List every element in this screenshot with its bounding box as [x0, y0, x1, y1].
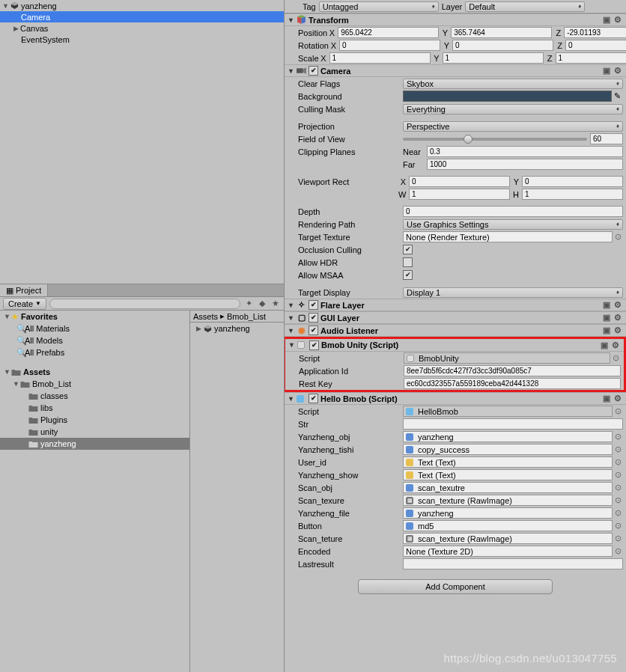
gear-icon[interactable]: ⚙	[612, 312, 623, 323]
culling-mask-dropdown[interactable]: Everything♦	[403, 104, 623, 114]
object-picker-icon[interactable]: ⊙	[613, 445, 623, 454]
object-picker-icon[interactable]: ⊙	[613, 508, 623, 518]
clear-flags-dropdown[interactable]: Skybox♦	[403, 79, 623, 89]
tab-project[interactable]: ▦ Project	[0, 284, 48, 296]
scene-root[interactable]: ▼ yanzheng	[0, 0, 284, 11]
object-picker-icon[interactable]: ⊙	[613, 546, 623, 556]
foldout-icon[interactable]: ▶	[12, 25, 20, 32]
component-audio-header[interactable]: ▼ ◉ Audio Listener ▣ ⚙	[285, 324, 626, 337]
scan-obj-field[interactable]: scan_texutre	[403, 482, 613, 493]
folder-plugins[interactable]: Plugins	[0, 414, 189, 426]
encoded-field[interactable]: None (Texture 2D)	[403, 546, 613, 557]
object-picker-icon[interactable]: ⊙	[613, 432, 623, 442]
object-picker-icon[interactable]: ⊙	[613, 534, 623, 543]
folder-bmob-list[interactable]: ▼ Bmob_List	[0, 378, 189, 390]
filter-icon[interactable]: ✦	[243, 299, 254, 309]
favorites-header[interactable]: ▼★ Favorites	[0, 311, 189, 323]
folder-unity[interactable]: unity	[0, 426, 189, 438]
gear-icon[interactable]: ⚙	[612, 393, 623, 404]
foldout-icon[interactable]: ▼	[1, 2, 10, 10]
yanzheng-tishi-field[interactable]: copy_success	[403, 444, 613, 455]
object-picker-icon[interactable]: ⊙	[613, 406, 623, 416]
scan-teture-field[interactable]: ▩scan_texture (RawImage)	[403, 533, 613, 544]
help-icon[interactable]: ▣	[601, 312, 612, 323]
eyedropper-icon[interactable]: ✎	[612, 91, 623, 101]
camera-enabled-checkbox[interactable]	[309, 66, 318, 76]
target-texture-field[interactable]: None (Render Texture)	[403, 231, 613, 242]
object-picker-icon[interactable]: ⊙	[613, 232, 623, 242]
object-picker-icon[interactable]: ⊙	[613, 470, 623, 480]
tag-dropdown[interactable]: Untagged♦	[319, 1, 439, 12]
add-component-button[interactable]: Add Component	[358, 579, 553, 594]
bmob-enabled-checkbox[interactable]	[309, 340, 319, 350]
viewport-h-input[interactable]	[522, 189, 623, 200]
help-icon[interactable]: ▣	[601, 14, 612, 25]
foldout-icon[interactable]: ▼	[288, 395, 296, 403]
object-picker-icon[interactable]: ⊙	[610, 353, 621, 363]
viewport-w-input[interactable]	[409, 189, 510, 200]
project-search-input[interactable]	[49, 299, 240, 309]
fav-all-prefabs[interactable]: 🔍All Prefabs	[0, 346, 189, 358]
near-clip-input[interactable]	[427, 146, 623, 157]
rest-key-input[interactable]	[404, 378, 621, 389]
gear-icon[interactable]: ⚙	[612, 299, 623, 311]
help-icon[interactable]: ▣	[601, 393, 612, 404]
component-bmob-header[interactable]: ▼ Bmob Unity (Script) ▣ ⚙	[285, 339, 624, 352]
msaa-checkbox[interactable]	[403, 270, 413, 280]
viewport-x-input[interactable]	[409, 176, 510, 187]
component-flare-header[interactable]: ▼ ✧ Flare Layer ▣ ⚙	[285, 299, 626, 311]
gear-icon[interactable]: ⚙	[612, 325, 623, 336]
scan-texure-field[interactable]: ▩scan_texture (RawImage)	[403, 495, 613, 506]
layer-dropdown[interactable]: Default♦	[465, 1, 585, 12]
position-y-input[interactable]	[451, 27, 552, 38]
rendering-path-dropdown[interactable]: Use Graphics Settings♦	[403, 219, 623, 230]
fov-slider[interactable]	[403, 138, 587, 141]
assets-root[interactable]: ▼ Assets	[0, 366, 189, 378]
hierarchy-item-camera[interactable]: Camera	[0, 11, 284, 22]
foldout-icon[interactable]: ▼	[288, 16, 296, 24]
component-gui-header[interactable]: ▼ ▢ GUI Layer ▣ ⚙	[285, 311, 626, 324]
str-input[interactable]	[403, 418, 623, 430]
position-x-input[interactable]	[338, 27, 439, 38]
background-color-swatch[interactable]	[403, 91, 612, 102]
foldout-icon[interactable]: ▼	[288, 341, 297, 349]
scale-x-input[interactable]	[329, 52, 431, 64]
gear-icon[interactable]: ⚙	[612, 14, 623, 25]
gui-enabled-checkbox[interactable]	[309, 313, 318, 323]
yanzheng-obj-field[interactable]: yanzheng	[403, 431, 613, 442]
rotation-z-input[interactable]	[565, 40, 626, 51]
help-icon[interactable]: ▣	[601, 325, 612, 336]
depth-input[interactable]	[403, 206, 623, 217]
foldout-icon[interactable]: ▼	[288, 67, 296, 75]
foldout-icon[interactable]: ▼	[288, 314, 296, 322]
folder-yanzheng[interactable]: yanzheng	[0, 438, 189, 450]
component-camera-header[interactable]: ▼ Camera ▣ ⚙	[285, 64, 626, 77]
scale-z-input[interactable]	[556, 52, 626, 64]
foldout-icon[interactable]: ▼	[288, 327, 296, 335]
rotation-x-input[interactable]	[339, 40, 440, 51]
yanzheng-file-field[interactable]: yanzheng	[403, 507, 613, 519]
object-picker-icon[interactable]: ⊙	[613, 495, 623, 505]
help-icon[interactable]: ▣	[601, 65, 612, 76]
create-button[interactable]: Create ▼	[3, 298, 46, 310]
target-display-dropdown[interactable]: Display 1♦	[403, 287, 623, 298]
hierarchy-item-canvas[interactable]: ▶ Canvas	[0, 22, 284, 34]
label-filter-icon[interactable]: ◆	[257, 299, 267, 309]
far-clip-input[interactable]	[427, 159, 623, 170]
fov-input[interactable]	[590, 133, 623, 144]
projection-dropdown[interactable]: Perspective♦	[403, 121, 623, 132]
user-id-field[interactable]: Text (Text)	[403, 456, 613, 468]
folder-classes[interactable]: classes	[0, 390, 189, 402]
foldout-icon[interactable]: ▼	[288, 302, 296, 309]
viewport-y-input[interactable]	[522, 176, 623, 187]
audio-enabled-checkbox[interactable]	[309, 326, 318, 335]
save-filter-icon[interactable]: ★	[270, 299, 281, 309]
occlusion-checkbox[interactable]	[403, 245, 413, 254]
asset-yanzheng[interactable]: ▶ yanzheng	[190, 323, 284, 335]
gear-icon[interactable]: ⚙	[610, 340, 621, 351]
component-hello-header[interactable]: ▼ Hello Bmob (Script) ▣ ⚙	[285, 392, 626, 405]
help-icon[interactable]: ▣	[598, 340, 610, 351]
component-transform-header[interactable]: ▼ Transform ▣ ⚙	[285, 13, 626, 26]
object-picker-icon[interactable]: ⊙	[613, 483, 623, 492]
fav-all-models[interactable]: 🔍All Models	[0, 335, 189, 346]
